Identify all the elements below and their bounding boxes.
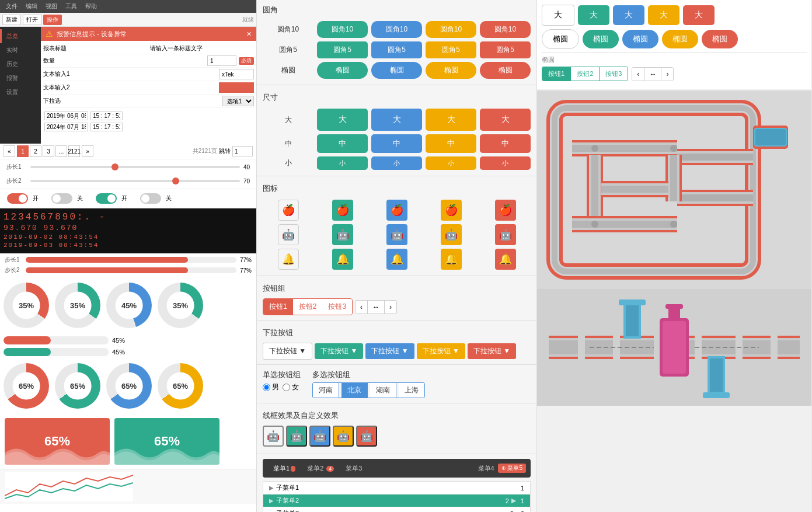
end-date-input[interactable] [44,123,88,131]
btn-teal-r5[interactable]: 圆角5 [317,41,368,58]
right-btn-yellow-lg[interactable]: 大 [648,5,679,25]
btn-teal-md[interactable]: 中 [317,134,368,153]
form-select-1[interactable]: 选项1选项2 [222,96,254,106]
page-3[interactable]: 3 [43,145,54,157]
btn-orange-md[interactable]: 中 [480,134,531,153]
toolbar-open-btn[interactable]: 打开 [23,15,41,25]
toggle-1[interactable] [7,193,28,204]
toggle-4[interactable] [140,193,161,204]
start-time-input[interactable] [90,112,123,120]
menu-tools[interactable]: 工具 [62,0,81,13]
tab-right-btn1[interactable]: 按钮1 [542,67,571,81]
right-btn-teal-oval[interactable]: 椭圆 [583,30,619,48]
page-next-btn[interactable]: » [82,145,93,157]
custom-android-blue[interactable]: 🤖 [309,426,330,447]
dropdown-yellow[interactable]: 下拉按钮 ▼ [417,343,465,359]
btn-blue-lg[interactable]: 大 [371,109,422,131]
sidebar-nav-alarm[interactable]: 报警 [0,71,41,85]
right-arrow-right[interactable]: › [661,68,673,81]
btn-orange-r5[interactable]: 圆角5 [480,41,531,58]
btn-blue-oval[interactable]: 椭圆 [371,62,422,79]
custom-android-orange[interactable]: 🤖 [356,426,377,447]
tab-dark-1[interactable]: 菜单1 [267,462,301,475]
btn-orange-sm[interactable]: 小 [480,156,531,170]
bell-btn-teal[interactable]: 🔔 [332,249,353,270]
arrow-right-btn[interactable]: › [385,301,396,314]
menu-file[interactable]: 文件 [2,0,21,13]
btn-group-btn1[interactable]: 按钮1 [263,299,293,315]
arrow-left-btn[interactable]: ‹ [356,301,368,314]
quantity-input[interactable] [207,55,236,66]
android-btn-orange[interactable]: 🤖 [495,224,516,245]
sidebar-nav-realtime[interactable]: 实时 [0,43,41,57]
dropdown-teal[interactable]: 下拉按钮 ▼ [315,343,363,359]
btn-group-btn3[interactable]: 按钮3 [322,299,352,315]
checkbox-shanghai[interactable]: 上海 [399,383,424,398]
menu-view[interactable]: 视图 [42,0,61,13]
slider-2[interactable] [30,180,240,182]
checkbox-beijing[interactable]: 北京 [341,383,368,398]
radio-male-input[interactable] [263,384,270,391]
custom-android-teal[interactable]: 🤖 [286,426,307,447]
dropdown-outline[interactable]: 下拉按钮 ▼ [263,343,312,360]
btn-blue-sm[interactable]: 小 [371,156,422,170]
btn-teal-r10[interactable]: 圆角10 [317,21,368,38]
jump-input[interactable] [232,146,253,156]
btn-yellow-r5[interactable]: 圆角5 [426,41,476,58]
btn-yellow-sm[interactable]: 小 [426,156,476,170]
page-2[interactable]: 2 [30,145,41,157]
btn-group-btn2[interactable]: 按钮2 [293,299,323,315]
right-btn-outline-oval[interactable]: 椭圆 [542,29,579,49]
radio-female[interactable]: 女 [283,382,299,392]
arrow-double-btn[interactable]: ↔ [368,301,385,314]
page-last[interactable]: 2121 [68,145,80,157]
tab-dark-r5[interactable]: ⊕ 菜单5 [498,464,526,473]
alert-close[interactable]: ✕ [246,30,252,38]
btn-teal-oval[interactable]: 椭圆 [317,62,368,79]
right-btn-orange-lg[interactable]: 大 [683,5,715,25]
checkbox-hunan[interactable]: 湖南 [370,383,396,398]
toggle-3[interactable] [96,193,117,204]
sidebar-nav-settings[interactable]: 设置 [0,85,41,99]
toolbar-action-btn[interactable]: 操作 [43,15,62,25]
tab-dark-r4[interactable]: 菜单4 [478,464,494,473]
tree-item-3[interactable]: ▶ 子菜单3 3 2 [263,507,530,512]
custom-android-yellow[interactable]: 🤖 [333,426,354,447]
tab-dark-2[interactable]: 菜单2 4 [301,462,340,475]
checkbox-henan[interactable]: 河南 [313,383,339,398]
menu-edit[interactable]: 编辑 [22,0,41,13]
tree-item-2[interactable]: ▶ 子菜单2 2 ▶ 1 [263,494,530,507]
btn-orange-lg[interactable]: 大 [480,109,531,131]
menu-help[interactable]: 帮助 [82,0,100,13]
right-btn-yellow-oval[interactable]: 椭圆 [662,30,698,48]
start-date-input[interactable] [44,112,88,120]
slider-1[interactable] [30,166,240,168]
android-btn-teal[interactable]: 🤖 [332,224,353,245]
apple-btn-yellow[interactable]: 🍎 [441,200,462,221]
sidebar-nav-history[interactable]: 历史 [0,57,41,71]
tab-right-btn3[interactable]: 按钮3 [600,67,628,81]
apple-btn-teal[interactable]: 🍎 [332,200,353,221]
toolbar-new-btn[interactable]: 新建 [2,15,21,25]
btn-teal-lg[interactable]: 大 [317,109,368,131]
bell-btn-orange[interactable]: 🔔 [495,249,516,270]
dropdown-blue[interactable]: 下拉按钮 ▼ [365,343,414,359]
btn-blue-md[interactable]: 中 [371,134,422,153]
btn-yellow-md[interactable]: 中 [426,134,476,153]
right-arrow-left[interactable]: ‹ [632,68,644,81]
android-btn-blue[interactable]: 🤖 [386,224,407,245]
right-arrow-double[interactable]: ↔ [644,68,661,81]
btn-yellow-oval[interactable]: 椭圆 [426,62,476,79]
right-btn-blue-oval[interactable]: 椭圆 [622,30,658,48]
end-time-input[interactable] [90,123,123,131]
toggle-2[interactable] [51,193,72,204]
btn-orange-r10[interactable]: 圆角10 [480,21,531,38]
dropdown-orange[interactable]: 下拉按钮 ▼ [468,343,516,359]
btn-orange-oval[interactable]: 椭圆 [480,62,531,79]
radio-male[interactable]: 男 [263,382,279,392]
page-1[interactable]: 1 [17,145,29,157]
btn-blue-r10[interactable]: 圆角10 [371,21,422,38]
btn-yellow-lg[interactable]: 大 [426,109,476,131]
bell-btn-blue[interactable]: 🔔 [386,249,407,270]
apple-btn-blue[interactable]: 🍎 [386,200,407,221]
